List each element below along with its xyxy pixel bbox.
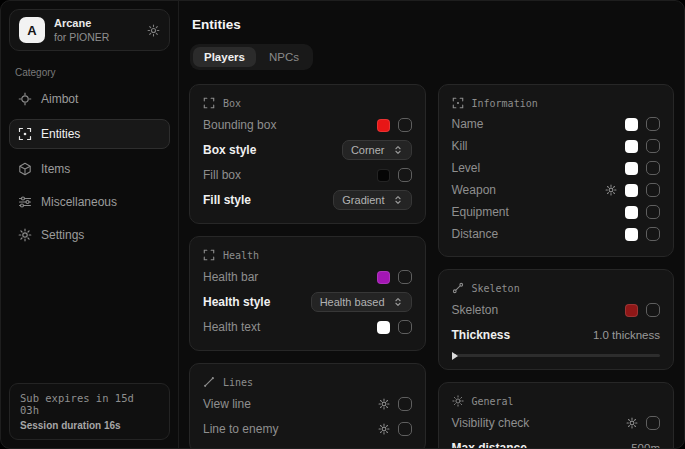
setting-label: Line to enemy	[203, 422, 278, 436]
box-style-dropdown[interactable]: Corner	[342, 140, 412, 160]
app-header: A Arcane for PIONER	[9, 9, 170, 51]
gear-icon	[18, 228, 32, 242]
category-label: Category	[15, 67, 164, 78]
setting-label: Level	[452, 161, 481, 175]
color-swatch[interactable]	[377, 271, 390, 284]
color-swatch[interactable]	[377, 169, 390, 182]
color-swatch[interactable]	[377, 321, 390, 334]
crosshair-icon	[18, 92, 32, 106]
card-skeleton: Skeleton Skeleton Thickness 1.0 thicknes…	[438, 269, 675, 370]
setting-label: Fill style	[203, 193, 251, 207]
color-swatch[interactable]	[625, 206, 638, 219]
checkbox[interactable]	[646, 117, 660, 131]
health-style-dropdown[interactable]: Health based	[311, 292, 412, 312]
sidebar-item-miscellaneous[interactable]: Miscellaneous	[9, 189, 170, 215]
setting-label: Max distance	[452, 441, 527, 448]
chevron-up-down-icon	[393, 145, 403, 155]
sub-expires-text: Sub expires in 15d 03h	[20, 392, 159, 416]
setting-label: View line	[203, 397, 251, 411]
color-swatch[interactable]	[625, 304, 638, 317]
color-swatch[interactable]	[625, 162, 638, 175]
setting-row: Health text	[203, 316, 412, 338]
color-swatch[interactable]	[625, 184, 638, 197]
checkbox[interactable]	[646, 183, 660, 197]
card-title-text: Lines	[223, 377, 253, 388]
slider-thumb[interactable]	[452, 352, 458, 360]
checkbox[interactable]	[398, 397, 412, 411]
setting-row: Fill box	[203, 164, 412, 186]
gear-icon[interactable]	[147, 24, 160, 37]
gear-icon[interactable]	[626, 417, 638, 429]
tab-bar: Players NPCs	[190, 44, 313, 70]
color-swatch[interactable]	[377, 119, 390, 132]
card-information: Information Name Kill	[438, 84, 675, 257]
diagonal-line-icon	[203, 376, 215, 388]
right-column: Information Name Kill	[438, 84, 675, 448]
checkbox[interactable]	[646, 303, 660, 317]
setting-row: Name	[452, 114, 661, 134]
sidebar-item-label: Aimbot	[41, 92, 78, 106]
setting-row: Health style Health based	[203, 291, 412, 313]
fill-style-dropdown[interactable]: Gradient	[333, 190, 411, 210]
app-logo: A	[19, 17, 45, 43]
setting-label: Fill box	[203, 168, 241, 182]
chevron-up-down-icon	[393, 195, 403, 205]
setting-row: Visibility check	[452, 412, 661, 434]
tab-npcs[interactable]: NPCs	[258, 47, 310, 67]
checkbox[interactable]	[398, 118, 412, 132]
color-swatch[interactable]	[625, 140, 638, 153]
checkbox[interactable]	[398, 422, 412, 436]
sidebar-item-label: Entities	[41, 127, 80, 141]
setting-row: View line	[203, 393, 412, 415]
tab-players[interactable]: Players	[193, 47, 256, 67]
card-box: Box Bounding box Box style Corner	[189, 84, 426, 224]
cube-icon	[18, 162, 32, 176]
setting-label: Visibility check	[452, 416, 530, 430]
sidebar-item-items[interactable]: Items	[9, 156, 170, 182]
sidebar-item-label: Miscellaneous	[41, 195, 117, 209]
setting-row: Skeleton	[452, 299, 661, 321]
checkbox[interactable]	[646, 227, 660, 241]
page-title: Entities	[192, 17, 674, 32]
sidebar-item-aimbot[interactable]: Aimbot	[9, 86, 170, 112]
setting-row: Bounding box	[203, 114, 412, 136]
checkbox[interactable]	[646, 161, 660, 175]
checkbox[interactable]	[646, 139, 660, 153]
thickness-slider[interactable]	[452, 354, 661, 357]
setting-row: Box style Corner	[203, 139, 412, 161]
sidebar-item-label: Settings	[41, 228, 84, 242]
dropdown-value: Gradient	[342, 194, 384, 206]
setting-label: Skeleton	[452, 303, 499, 317]
setting-label: Bounding box	[203, 118, 276, 132]
card-lines: Lines View line Line to enemy	[189, 363, 426, 448]
setting-label: Health bar	[203, 270, 258, 284]
setting-label: Thickness	[452, 328, 511, 342]
setting-label: Name	[452, 117, 484, 131]
setting-row: Health bar	[203, 266, 412, 288]
gear-icon[interactable]	[378, 398, 390, 410]
card-title-text: Health	[223, 250, 259, 261]
gear-icon[interactable]	[605, 184, 617, 196]
color-swatch[interactable]	[625, 228, 638, 241]
checkbox[interactable]	[398, 168, 412, 182]
max-distance-value: 500m	[631, 442, 660, 448]
checkbox[interactable]	[646, 205, 660, 219]
setting-row: Level	[452, 158, 661, 178]
setting-row: Equipment	[452, 202, 661, 222]
gear-icon[interactable]	[378, 423, 390, 435]
sidebar: A Arcane for PIONER Category Aimbot	[1, 1, 179, 448]
sidebar-item-entities[interactable]: Entities	[9, 119, 170, 149]
checkbox[interactable]	[646, 416, 660, 430]
checkbox[interactable]	[398, 270, 412, 284]
sidebar-item-label: Items	[41, 162, 70, 176]
setting-label: Health text	[203, 320, 260, 334]
thickness-value: 1.0 thickness	[593, 329, 660, 341]
card-title-text: Skeleton	[472, 283, 520, 294]
setting-row: Line to enemy	[203, 418, 412, 440]
card-health: Health Health bar Health style Health ba…	[189, 236, 426, 351]
bone-icon	[452, 282, 464, 294]
app-title-block: Arcane for PIONER	[54, 17, 109, 43]
color-swatch[interactable]	[625, 118, 638, 131]
sidebar-item-settings[interactable]: Settings	[9, 222, 170, 248]
checkbox[interactable]	[398, 320, 412, 334]
